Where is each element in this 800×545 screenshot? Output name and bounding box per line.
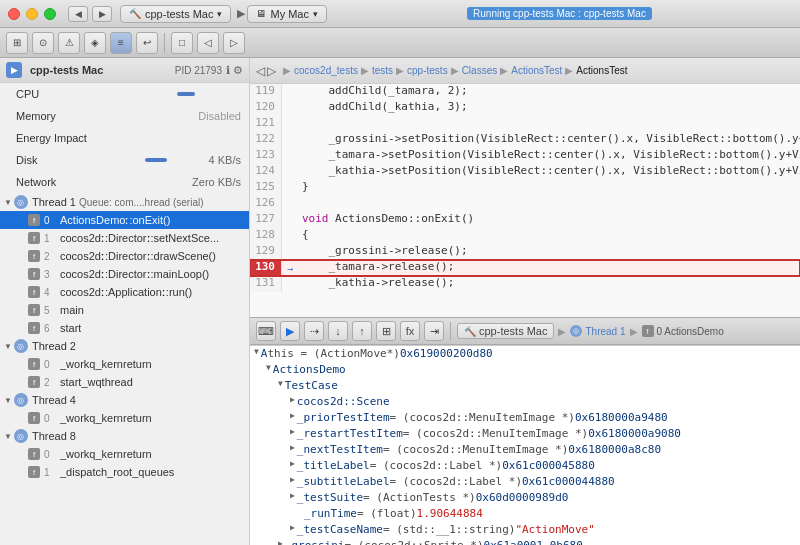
bc-nav-back[interactable]: ◁ (256, 64, 265, 78)
frame-thread1-5[interactable]: f 5 main (0, 301, 249, 319)
code-editor[interactable]: 119 addChild(_tamara, 2); 120 addChild(_… (250, 84, 800, 317)
frame-thread1-4[interactable]: f 4 cocos2dː:Applicationː:run() (0, 283, 249, 301)
session-info-icon[interactable]: ℹ (226, 64, 230, 77)
dt-scheme-selector[interactable]: 🔨 cpp-tests Mac (457, 323, 554, 339)
thread8-collapse-icon: ▼ (4, 432, 12, 441)
bc-sep-3: ▶ (451, 65, 459, 76)
bc-item-actionstest-folder[interactable]: ActionsTest (511, 65, 562, 76)
disk-value: 4 KB/s (209, 154, 241, 166)
dt-expr-btn[interactable]: fx (400, 321, 420, 341)
thread1-section: ▼ ◎ Thread 1 Queue: com....hread (serial… (0, 193, 249, 337)
frame-icon-t1-6: f (28, 322, 40, 334)
close-button[interactable] (8, 8, 20, 20)
thread2-header[interactable]: ▼ ◎ Thread 2 (0, 337, 249, 355)
var-triangle-this[interactable]: ▼ (254, 347, 259, 356)
bc-item-cpptests[interactable]: cpp-tests (407, 65, 448, 76)
bc-item-tests[interactable]: tests (372, 65, 393, 76)
toolbar-btn-nav-right[interactable]: ▷ (223, 32, 245, 54)
toolbar-btn-diamond[interactable]: ◈ (84, 32, 106, 54)
dt-viewmem-btn[interactable]: ⊞ (376, 321, 396, 341)
metric-row-energy[interactable]: Energy Impact (0, 127, 249, 149)
var-triangle-tcname[interactable]: ▶ (290, 523, 295, 532)
toolbar-btn-circle[interactable]: ⊙ (32, 32, 54, 54)
dt-continue-btn[interactable]: ▶ (280, 321, 300, 341)
frame-icon-t1-0: f (28, 214, 40, 226)
disk-label: Disk (16, 154, 145, 166)
dt-stepover-btn[interactable]: ⇢ (304, 321, 324, 341)
toolbar-btn-list[interactable]: ≡ (110, 32, 132, 54)
frame-thread4-0[interactable]: f 0 _workq_kernreturn (0, 409, 249, 427)
cpu-bar-container (177, 90, 237, 98)
bc-item-cocos2d[interactable]: cocos2d_tests (294, 65, 358, 76)
frame-icon-t1-4: f (28, 286, 40, 298)
thread4-icon: ◎ (14, 393, 28, 407)
var-triangle-title[interactable]: ▶ (290, 459, 295, 468)
bc-item-classes[interactable]: Classes (462, 65, 498, 76)
forward-button[interactable]: ▶ (92, 6, 112, 22)
frame-thread1-1[interactable]: f 1 cocos2dː:Directorː:setNextSce... (0, 229, 249, 247)
var-row-this: ▼ A this = (ActionMove*) 0x619000200d80 (250, 346, 800, 362)
var-triangle-prior[interactable]: ▶ (290, 411, 295, 420)
var-triangle-restart[interactable]: ▶ (290, 427, 295, 436)
debug-toolbar: ⌨ ▶ ⇢ ↓ ↑ ⊞ fx ⇥ 🔨 cpp-tests Mac ▶ ◎Thre… (250, 317, 800, 345)
code-line-124: 124 _kathia->setPosition(VisibleRect::ce… (250, 164, 800, 180)
var-triangle-testcase[interactable]: ▼ (278, 379, 283, 388)
bc-nav-forward[interactable]: ▷ (267, 64, 276, 78)
frame-thread1-2[interactable]: f 2 cocos2dː:Directorː:drawScene() (0, 247, 249, 265)
thread8-section: ▼ ◎ Thread 8 f 0 _workq_kernreturn f 1 _… (0, 427, 249, 481)
dt-stepout-btn[interactable]: ↑ (352, 321, 372, 341)
fullscreen-button[interactable] (44, 8, 56, 20)
minimize-button[interactable] (26, 8, 38, 20)
frame-thread1-0[interactable]: f 0 ActionsDemoː:onExit() (0, 211, 249, 229)
code-line-128: 128 { (250, 228, 800, 244)
var-triangle-scene[interactable]: ▶ (290, 395, 295, 404)
code-scroll[interactable]: 119 addChild(_tamara, 2); 120 addChild(_… (250, 84, 800, 317)
session-settings-icon[interactable]: ⚙ (233, 64, 243, 77)
var-triangle-grossini[interactable]: ▶ (278, 539, 283, 545)
code-line-126: 126 (250, 196, 800, 212)
debug-session-header: ▶ cpp-tests Mac PID 21793 ℹ ⚙ (0, 58, 249, 83)
dt-share-btn[interactable]: ⇥ (424, 321, 444, 341)
variables-pane[interactable]: ▼ A this = (ActionMove*) 0x619000200d80 … (250, 345, 800, 545)
toolbar-btn-warn[interactable]: ⚠ (58, 32, 80, 54)
toolbar-btn-grid[interactable]: ⊞ (6, 32, 28, 54)
var-triangle-subtitle[interactable]: ▶ (290, 475, 295, 484)
thread4-section: ▼ ◎ Thread 4 f 0 _workq_kernreturn (0, 391, 249, 427)
dt-console-icon[interactable]: ⌨ (256, 321, 276, 341)
metric-row-memory[interactable]: Memory Disabled (0, 105, 249, 127)
code-line-119: 119 addChild(_tamara, 2); (250, 84, 800, 100)
thread4-label: Thread 4 (32, 394, 76, 406)
bc-item-actionstest-file[interactable]: ActionsTest (576, 65, 627, 76)
thread1-header[interactable]: ▼ ◎ Thread 1 Queue: com....hread (serial… (0, 193, 249, 211)
left-panel: ▶ cpp-tests Mac PID 21793 ℹ ⚙ CPU Memory… (0, 58, 250, 545)
dt-bc-thread1[interactable]: ◎Thread 1 (570, 325, 625, 337)
metric-row-cpu[interactable]: CPU (0, 83, 249, 105)
frame-thread1-6[interactable]: f 6 start (0, 319, 249, 337)
toolbar-btn-nav-left[interactable]: ◁ (197, 32, 219, 54)
thread4-header[interactable]: ▼ ◎ Thread 4 (0, 391, 249, 409)
scheme-selector[interactable]: 🔨 cpp-tests Mac ▾ (120, 5, 231, 23)
toolbar-btn-view1[interactable]: □ (171, 32, 193, 54)
thread1-collapse-icon: ▼ (4, 198, 12, 207)
var-triangle-testsuite[interactable]: ▶ (290, 491, 295, 500)
frame-thread2-0[interactable]: f 0 _workq_kernreturn (0, 355, 249, 373)
dt-bc-frame[interactable]: f0 ActionsDemo (642, 325, 724, 337)
frame-icon-t4-0: f (28, 412, 40, 424)
back-button[interactable]: ◀ (68, 6, 88, 22)
frame-thread1-3[interactable]: f 3 cocos2dː:Directorː:mainLoop() (0, 265, 249, 283)
var-triangle-actionsdemo[interactable]: ▼ (266, 363, 271, 372)
metric-row-disk[interactable]: Disk 4 KB/s (0, 149, 249, 171)
var-triangle-next[interactable]: ▶ (290, 443, 295, 452)
metric-row-network[interactable]: Network Zero KB/s (0, 171, 249, 193)
frame-thread2-2[interactable]: f 2 start_wqthread (0, 373, 249, 391)
device-selector[interactable]: 🖥 My Mac ▾ (247, 5, 327, 23)
toolbar-btn-return[interactable]: ↩ (136, 32, 158, 54)
titlebar-controls: ◀ ▶ (68, 6, 112, 22)
dt-stepin-btn[interactable]: ↓ (328, 321, 348, 341)
frame-icon-t2-2: f (28, 376, 40, 388)
left-scroll-area[interactable]: CPU Memory Disabled Energy Impact Disk (0, 83, 249, 545)
frame-thread8-0[interactable]: f 0 _workq_kernreturn (0, 445, 249, 463)
frame-thread8-1[interactable]: f 1 _dispatch_root_queues (0, 463, 249, 481)
thread4-collapse-icon: ▼ (4, 396, 12, 405)
thread8-header[interactable]: ▼ ◎ Thread 8 (0, 427, 249, 445)
